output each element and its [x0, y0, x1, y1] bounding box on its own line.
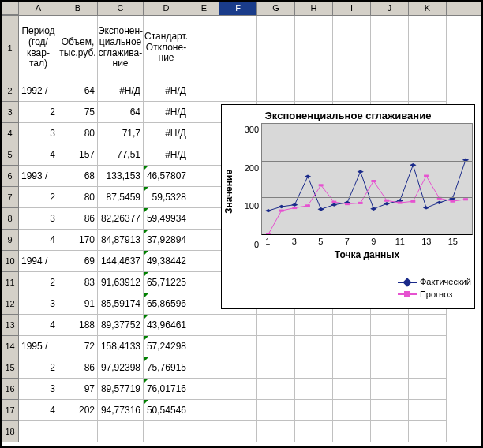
cell[interactable] [189, 379, 219, 400]
row-header[interactable]: 2 [2, 80, 19, 102]
cell[interactable] [409, 16, 447, 80]
cell[interactable]: 170 [58, 230, 98, 251]
cell[interactable]: 43,96461 [144, 315, 189, 336]
cell[interactable] [371, 400, 409, 421]
cell[interactable] [144, 421, 189, 442]
cell[interactable] [295, 336, 333, 357]
cell[interactable]: 57,24298 [144, 336, 189, 357]
cell[interactable] [371, 421, 409, 442]
cell[interactable] [219, 379, 257, 400]
cell[interactable] [257, 379, 295, 400]
row-header[interactable]: 10 [2, 251, 19, 272]
cell[interactable]: 4 [19, 315, 58, 336]
col-header-g[interactable]: G [257, 2, 295, 15]
cell[interactable] [409, 379, 447, 400]
cell[interactable] [409, 80, 447, 102]
row-header[interactable]: 14 [2, 336, 19, 357]
cell[interactable]: 202 [58, 400, 98, 421]
cell[interactable]: 4 [19, 400, 58, 421]
header-cell[interactable]: Экспонен-циальное сглажива-ние [98, 16, 144, 80]
col-header-i[interactable]: I [333, 2, 371, 15]
cell[interactable] [219, 400, 257, 421]
cell[interactable] [189, 123, 219, 144]
cell[interactable]: 2 [19, 187, 58, 208]
cell[interactable] [333, 400, 371, 421]
cell[interactable]: 3 [19, 293, 58, 315]
cell[interactable] [257, 16, 295, 80]
cell[interactable]: 2 [19, 357, 58, 379]
cell[interactable]: 37,92894 [144, 230, 189, 251]
cell[interactable] [189, 80, 219, 102]
cell[interactable] [295, 357, 333, 379]
select-all-cell[interactable] [2, 2, 19, 15]
row-header[interactable]: 5 [2, 144, 19, 166]
cell[interactable]: 1995 / [19, 336, 58, 357]
col-header-k[interactable]: K [409, 2, 447, 15]
cell[interactable]: 69 [58, 251, 98, 272]
cell[interactable] [189, 166, 219, 187]
row-header[interactable]: 4 [2, 123, 19, 144]
cell[interactable] [189, 16, 219, 80]
row-header[interactable]: 12 [2, 293, 19, 315]
cell[interactable]: 1992 / [19, 80, 58, 102]
cell[interactable] [189, 421, 219, 442]
cell[interactable] [219, 421, 257, 442]
cell[interactable] [257, 336, 295, 357]
cell[interactable]: 72 [58, 336, 98, 357]
row-header[interactable]: 9 [2, 230, 19, 251]
cell[interactable]: 76,01716 [144, 379, 189, 400]
cell[interactable]: 77,51 [98, 144, 144, 166]
cell[interactable] [409, 421, 447, 442]
col-header-j[interactable]: J [371, 2, 409, 15]
cell[interactable]: 87,5459 [98, 187, 144, 208]
cell[interactable] [295, 379, 333, 400]
cell[interactable]: 158,4133 [98, 336, 144, 357]
cell[interactable]: 65,86596 [144, 293, 189, 315]
col-header-h[interactable]: H [295, 2, 333, 15]
header-cell[interactable]: Объем, тыс.руб. [58, 16, 98, 80]
cell[interactable]: #Н/Д [144, 80, 189, 102]
cell[interactable]: #Н/Д [98, 80, 144, 102]
cell[interactable] [257, 357, 295, 379]
cell[interactable]: 144,4637 [98, 251, 144, 272]
cell[interactable] [295, 400, 333, 421]
cell[interactable]: #Н/Д [144, 123, 189, 144]
row-header[interactable]: 11 [2, 272, 19, 293]
row-header[interactable]: 1 [2, 16, 19, 80]
col-header-c[interactable]: C [98, 2, 144, 15]
cell[interactable] [371, 379, 409, 400]
row-header[interactable]: 15 [2, 357, 19, 379]
cell[interactable]: 1994 / [19, 251, 58, 272]
cell[interactable]: 85,59174 [98, 293, 144, 315]
cell[interactable]: 65,71225 [144, 272, 189, 293]
cell[interactable] [219, 357, 257, 379]
cell[interactable]: 97,92398 [98, 357, 144, 379]
cell[interactable]: #Н/Д [144, 102, 189, 123]
cell[interactable] [409, 357, 447, 379]
row-header[interactable]: 8 [2, 208, 19, 230]
cell[interactable] [409, 315, 447, 336]
cell[interactable] [98, 421, 144, 442]
cell[interactable] [333, 357, 371, 379]
cell[interactable]: 59,5328 [144, 187, 189, 208]
cell[interactable] [333, 379, 371, 400]
cell[interactable] [333, 80, 371, 102]
cell[interactable] [409, 400, 447, 421]
cell[interactable]: 59,49934 [144, 208, 189, 230]
cell[interactable] [189, 357, 219, 379]
cell[interactable]: 91,63912 [98, 272, 144, 293]
cell[interactable] [257, 80, 295, 102]
cell[interactable] [189, 251, 219, 272]
cell[interactable]: 1993 / [19, 166, 58, 187]
cell[interactable]: 91 [58, 293, 98, 315]
cell[interactable]: 188 [58, 315, 98, 336]
cell[interactable] [295, 315, 333, 336]
cell[interactable]: 94,77316 [98, 400, 144, 421]
cell[interactable]: 3 [19, 208, 58, 230]
row-header[interactable]: 16 [2, 379, 19, 400]
cell[interactable] [219, 336, 257, 357]
cell[interactable] [295, 80, 333, 102]
cell[interactable] [333, 16, 371, 80]
cell[interactable] [257, 315, 295, 336]
cell[interactable]: 84,87913 [98, 230, 144, 251]
